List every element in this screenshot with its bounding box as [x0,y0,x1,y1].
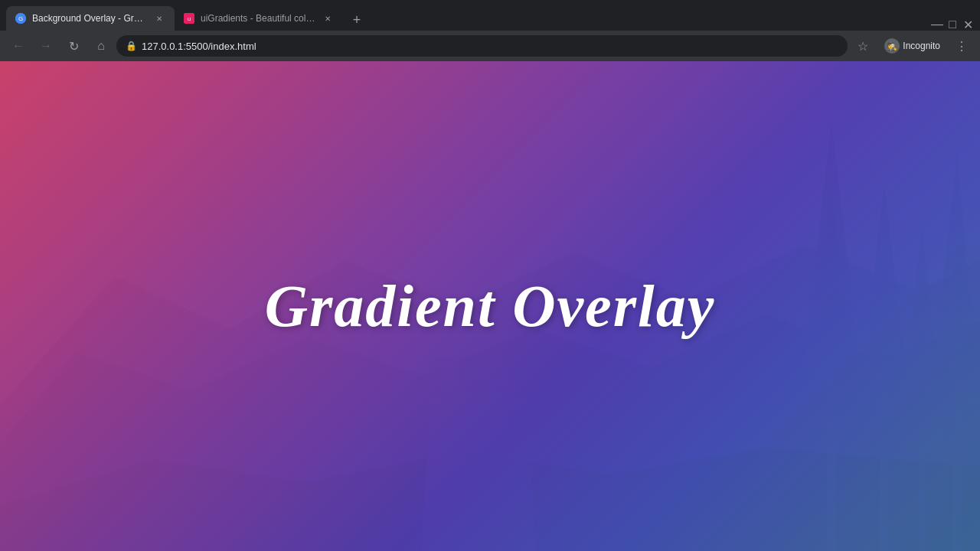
tab-label-1: Background Overlay - Gradient [32,13,147,24]
incognito-label: Incognito [903,41,940,51]
url-bar[interactable]: 🔒 127.0.0.1:5500/index.html [116,35,848,57]
toolbar-right: ☆ 🕵 Incognito ⋮ [851,34,974,58]
close-button[interactable]: ✕ [962,18,974,31]
address-bar: ← → ↻ ⌂ 🔒 127.0.0.1:5500/index.html ☆ 🕵 … [0,31,980,61]
svg-text:G: G [18,15,23,22]
bookmark-button[interactable]: ☆ [851,34,875,58]
new-tab-button[interactable]: + [346,9,368,31]
more-button[interactable]: ⋮ [949,34,974,58]
tab-close-1[interactable]: ✕ [153,12,165,24]
page-heading: Gradient Overlay [265,272,716,341]
incognito-button[interactable]: 🕵 Incognito [878,35,946,57]
tab-favicon-1: G [15,13,26,24]
tab-favicon-2: u [184,13,194,24]
tab-inactive[interactable]: u uiGradients - Beautiful colored g... ✕ [175,6,343,31]
incognito-icon: 🕵 [884,38,900,54]
tab-bar: G Background Overlay - Gradient ✕ u uiGr… [0,0,980,31]
home-button[interactable]: ⌂ [89,34,113,58]
window-controls: — □ ✕ [931,18,980,31]
page-content: Gradient Overlay [0,61,980,551]
tab-label-2: uiGradients - Beautiful colored g... [201,13,315,24]
tab-active[interactable]: G Background Overlay - Gradient ✕ [6,6,175,31]
refresh-button[interactable]: ↻ [61,34,86,58]
svg-text:u: u [188,15,191,22]
back-button[interactable]: ← [6,34,31,58]
page-background: Gradient Overlay [0,61,980,551]
lock-icon: 🔒 [126,41,137,51]
maximize-button[interactable]: □ [946,18,959,31]
tab-close-2[interactable]: ✕ [322,12,334,24]
url-text: 127.0.0.1:5500/index.html [142,41,256,52]
browser-frame: G Background Overlay - Gradient ✕ u uiGr… [0,0,980,551]
minimize-button[interactable]: — [931,18,943,31]
forward-button[interactable]: → [34,34,58,58]
